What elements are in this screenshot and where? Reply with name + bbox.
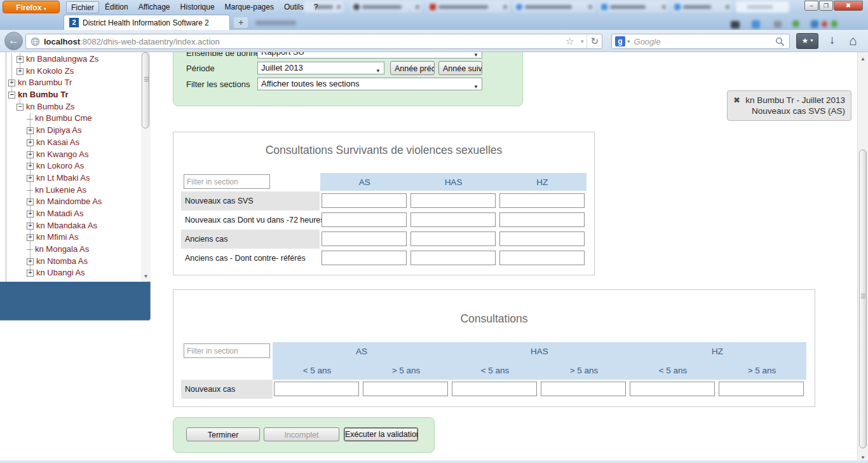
scrollbar-thumb[interactable] (859, 149, 867, 448)
prev-year-button[interactable]: Année préc (390, 61, 435, 75)
expand-icon[interactable]: + (17, 56, 24, 63)
tree-item[interactable]: +kn Lt Mbaki As (0, 172, 139, 184)
page-scrollbar[interactable]: ▲ ▼ (857, 52, 868, 463)
search-box[interactable]: g ▾ Google (611, 34, 790, 49)
expand-icon[interactable]: + (27, 234, 34, 241)
data-cell-input[interactable] (410, 251, 496, 265)
chevron-down-icon[interactable]: ▾ (581, 34, 584, 48)
new-tab-button[interactable]: + (234, 17, 248, 28)
menu-aide[interactable]: ? (309, 1, 323, 13)
menu-affichage[interactable]: Affichage (134, 1, 175, 13)
data-cell-input[interactable] (322, 212, 407, 227)
data-cell-input[interactable] (630, 382, 715, 396)
tree-item[interactable]: +kn Bandalungwa Zs (0, 53, 139, 66)
expand-icon[interactable]: + (17, 68, 24, 75)
data-cell-input[interactable] (499, 232, 585, 246)
expand-icon[interactable]: + (8, 79, 15, 86)
expand-icon[interactable]: + (27, 270, 34, 277)
scroll-up-icon[interactable]: ▲ (858, 56, 868, 62)
close-icon[interactable]: ✖ (733, 95, 740, 106)
tree-item[interactable]: kn Lukenie As (0, 184, 139, 197)
scroll-down-icon[interactable]: ▼ (858, 455, 868, 460)
data-cell-input[interactable] (322, 232, 407, 246)
expand-icon[interactable]: + (27, 151, 34, 158)
data-cell-input[interactable] (499, 251, 585, 265)
expand-icon[interactable]: + (27, 223, 34, 230)
tree-item[interactable]: +kn Kasai As (0, 137, 139, 149)
tree-item[interactable]: +kn Kwango As (0, 149, 139, 161)
url-bar[interactable]: localhost:8082/dhis-web-dataentry/index.… (25, 34, 602, 49)
data-cell-input[interactable] (363, 382, 448, 396)
tree-item[interactable]: kn Bumbu Cme (0, 113, 139, 125)
expand-icon[interactable]: + (27, 175, 34, 182)
bookmarks-panel-button[interactable]: ★ ▾ (796, 33, 818, 49)
tree-item[interactable]: +kn Ubangi As (0, 267, 139, 279)
background-tab (599, 1, 668, 13)
data-cell-input[interactable] (322, 251, 407, 265)
data-cell-input[interactable] (410, 232, 496, 246)
expand-icon[interactable]: + (27, 163, 34, 170)
section-filter-input[interactable] (184, 343, 270, 358)
run-validation-button[interactable]: Exécuter la validation (344, 427, 418, 441)
url-text[interactable]: localhost:8082/dhis-web-dataentry/index.… (44, 37, 562, 46)
menu-marque-pages[interactable]: Marque-pages (220, 1, 278, 13)
period-select[interactable]: Juillet 2013▼ (257, 62, 384, 74)
firefox-menu-button[interactable]: Firefox ▾ (3, 1, 60, 13)
menu-historique[interactable]: Historique (176, 1, 219, 13)
row-label: Nouveaux cas SVS (181, 191, 320, 211)
next-year-button[interactable]: Année suiv. (438, 61, 482, 75)
search-icon[interactable] (775, 37, 785, 46)
back-button[interactable]: ← (4, 32, 23, 50)
data-cell-input[interactable] (452, 382, 537, 396)
tree-item[interactable]: +kn Ntomba As (0, 256, 139, 268)
home-button[interactable]: ⌂ (849, 33, 857, 48)
active-tab[interactable]: 2 District Health Information Software 2 (64, 15, 230, 30)
close-button[interactable]: ✖ (834, 1, 863, 11)
section-filter-input[interactable] (184, 174, 270, 189)
google-favicon[interactable]: g (615, 36, 625, 46)
section-filter-select[interactable]: Afficher toutes les sections▼ (257, 78, 482, 90)
scrollbar-thumb[interactable] (142, 52, 149, 128)
complete-button[interactable]: Terminer (186, 427, 260, 441)
collapse-icon[interactable]: − (17, 104, 24, 111)
minimize-button[interactable]: – (804, 1, 818, 11)
tree-item[interactable]: +kn Lokoro As (0, 160, 139, 172)
data-cell-input[interactable] (499, 193, 585, 208)
tree-item[interactable]: +kn Matadi As (0, 208, 139, 220)
bookmark-star-icon[interactable]: ☆ (566, 34, 574, 48)
tree-item-selected[interactable]: −kn Bumbu Tr (0, 89, 139, 101)
tree-item[interactable]: +kn Barumbu Tr (0, 77, 139, 89)
expand-icon[interactable]: + (27, 258, 34, 265)
menu-edition[interactable]: Édition (100, 1, 133, 13)
scroll-down-icon[interactable]: ▼ (141, 273, 151, 279)
expand-icon[interactable]: + (27, 198, 34, 205)
tree-item[interactable]: +kn Mfimi As (0, 232, 139, 244)
chevron-down-icon[interactable]: ▾ (627, 38, 630, 45)
restore-button[interactable]: ❐ (819, 1, 833, 11)
data-cell-input[interactable] (541, 382, 626, 396)
data-cell-input[interactable] (719, 382, 804, 396)
incomplete-button[interactable]: Incomplet (264, 427, 339, 441)
sidebar-scrollbar[interactable]: ▼ (141, 52, 151, 282)
tree-item[interactable]: +kn Mbandaka As (0, 220, 139, 232)
tree-item[interactable]: +kn Dipiya As (0, 125, 139, 137)
tree-item[interactable]: +kn Maindombe As (0, 196, 139, 208)
data-cell-input[interactable] (274, 382, 359, 396)
downloads-button[interactable]: ↓ (829, 33, 836, 47)
data-cell-input[interactable] (499, 212, 585, 227)
tree-item[interactable]: −kn Bumbu Zs (0, 101, 139, 113)
expand-icon[interactable]: + (27, 139, 34, 146)
data-cell-input[interactable] (322, 193, 407, 208)
tree-item[interactable]: kn Mongala As (0, 244, 139, 256)
data-cell-input[interactable] (410, 193, 496, 208)
expand-icon[interactable]: + (27, 211, 34, 218)
reload-icon[interactable]: ↻ (590, 34, 599, 48)
blurred-icon (752, 20, 760, 29)
menu-fichier[interactable]: Fichier (66, 1, 99, 13)
tree-item[interactable]: +kn Kokolo Zs (0, 66, 139, 78)
search-placeholder[interactable]: Google (634, 37, 775, 46)
data-cell-input[interactable] (410, 212, 496, 227)
menu-outils[interactable]: Outils (280, 1, 308, 13)
expand-icon[interactable]: + (27, 127, 34, 134)
collapse-icon[interactable]: − (8, 92, 15, 99)
